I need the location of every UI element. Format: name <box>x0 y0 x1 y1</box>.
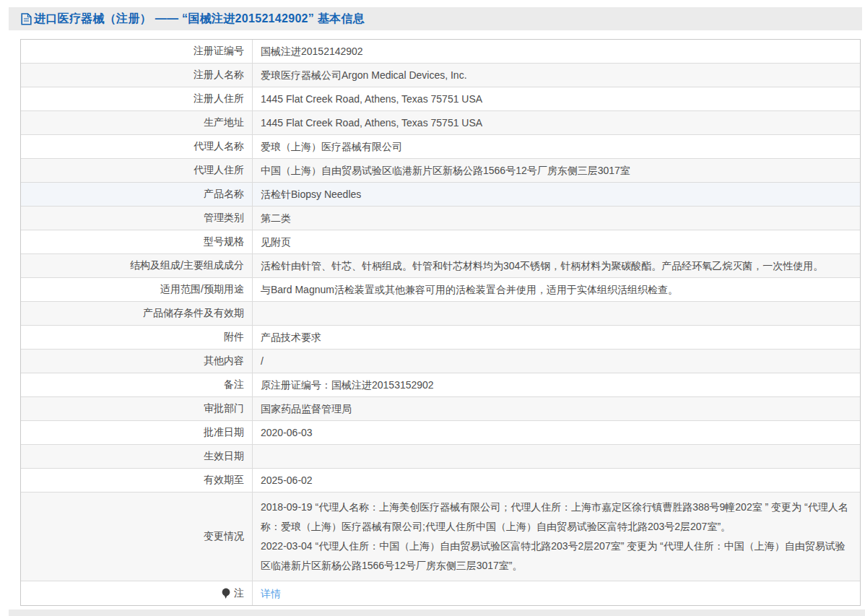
table-row: 管理类别第二类 <box>21 207 860 230</box>
table-row: 注册证编号国械注进20152142902 <box>21 40 860 64</box>
table-row: 附件产品技术要求 <box>21 326 860 350</box>
table-row: 生产地址1445 Flat Creek Road, Athens, Texas … <box>21 111 860 135</box>
row-label: 附件 <box>21 326 253 349</box>
row-label: 管理类别 <box>21 207 253 230</box>
table-row: 注册人名称爱琅医疗器械公司Argon Medical Devices, Inc. <box>21 64 860 87</box>
table-row: 产品名称活检针Biopsy Needles <box>21 183 860 207</box>
row-value: 第二类 <box>253 207 860 230</box>
row-value <box>253 445 860 468</box>
table-row: 代理人名称爱琅（上海）医疗器械有限公司 <box>21 135 860 159</box>
row-value: 2025-06-02 <box>253 469 860 492</box>
row-label: 备注 <box>21 373 253 396</box>
row-value: / <box>253 350 860 373</box>
row-label: 代理人名称 <box>21 135 253 158</box>
row-label: 产品储存条件及有效期 <box>21 302 253 325</box>
table-row: 产品储存条件及有效期 <box>21 302 860 326</box>
row-label: 生效日期 <box>21 445 253 468</box>
row-label: 审批部门 <box>21 397 253 420</box>
table-row: 生效日期 <box>21 445 860 469</box>
row-value: 产品技术要求 <box>253 326 860 349</box>
document-icon <box>21 13 32 25</box>
row-value: 1445 Flat Creek Road, Athens, Texas 7575… <box>253 111 860 134</box>
table-row: 其他内容/ <box>21 350 860 373</box>
table-row: 代理人住所中国（上海）自由贸易试验区临港新片区新杨公路1566号12号厂房东侧三… <box>21 159 860 183</box>
row-value: 国家药品监督管理局 <box>253 397 860 420</box>
page-footer-strip <box>9 610 865 616</box>
registration-info-table: 注册证编号国械注进20152142902注册人名称爱琅医疗器械公司Argon M… <box>20 39 861 606</box>
page-title: 进口医疗器械（注册） —— “国械注进20152142902” 基本信息 <box>34 12 365 27</box>
table-row: 审批部门国家药品监督管理局 <box>21 397 860 421</box>
row-value: 活检针Biopsy Needles <box>253 183 860 206</box>
row-value: 见附页 <box>253 230 860 253</box>
row-value: 国械注进20152142902 <box>253 40 860 63</box>
row-value <box>253 302 860 325</box>
row-label: 产品名称 <box>21 183 253 206</box>
row-label: 生产地址 <box>21 111 253 134</box>
row-label: 注册人住所 <box>21 87 253 110</box>
table-row: 适用范围/预期用途与Bard Magnum活检装置或其他兼容可用的活检装置合并使… <box>21 278 860 302</box>
row-label: 其他内容 <box>21 350 253 373</box>
table-row: 型号规格见附页 <box>21 230 860 254</box>
table-row: 注册人住所1445 Flat Creek Road, Athens, Texas… <box>21 87 860 111</box>
row-value: 2018-09-19 “代理人名称：上海美创医疗器械有限公司；代理人住所：上海市… <box>253 493 860 581</box>
table-row: 备注原注册证编号：国械注进20153152902 <box>21 373 860 397</box>
table-row: 有效期至2025-06-02 <box>21 469 860 493</box>
row-label: 注 <box>21 581 253 605</box>
row-label: 有效期至 <box>21 469 253 492</box>
table-row: 变更情况2018-09-19 “代理人名称：上海美创医疗器械有限公司；代理人住所… <box>21 493 860 581</box>
row-value: 活检针由针管、针芯、针柄组成。针管和针芯材料均为304不锈钢，针柄材料为聚碳酸酯… <box>253 254 860 277</box>
row-label: 批准日期 <box>21 421 253 444</box>
note-label: 注 <box>234 587 244 600</box>
row-label: 适用范围/预期用途 <box>21 278 253 301</box>
details-link[interactable]: 详情 <box>261 584 281 603</box>
table-row-note: 注详情 <box>21 581 860 605</box>
row-label: 变更情况 <box>21 493 253 581</box>
comment-icon <box>222 588 230 599</box>
row-value: 原注册证编号：国械注进20153152902 <box>253 373 860 396</box>
row-value: 中国（上海）自由贸易试验区临港新片区新杨公路1566号12号厂房东侧三层3017… <box>253 159 860 182</box>
row-label: 注册证编号 <box>21 40 253 63</box>
row-value: 1445 Flat Creek Road, Athens, Texas 7575… <box>253 87 860 110</box>
row-value: 2020-06-03 <box>253 421 860 444</box>
row-value: 爱琅医疗器械公司Argon Medical Devices, Inc. <box>253 64 860 87</box>
row-value: 详情 <box>253 581 860 605</box>
row-label: 结构及组成/主要组成成分 <box>21 254 253 277</box>
row-value: 与Bard Magnum活检装置或其他兼容可用的活检装置合并使用，适用于实体组织… <box>253 278 860 301</box>
page-header: 进口医疗器械（注册） —— “国械注进20152142902” 基本信息 <box>9 7 862 30</box>
row-label: 代理人住所 <box>21 159 253 182</box>
table-row: 批准日期2020-06-03 <box>21 421 860 445</box>
row-label: 型号规格 <box>21 230 253 253</box>
table-row: 结构及组成/主要组成成分活检针由针管、针芯、针柄组成。针管和针芯材料均为304不… <box>21 254 860 278</box>
row-value: 爱琅（上海）医疗器械有限公司 <box>253 135 860 158</box>
row-label: 注册人名称 <box>21 64 253 87</box>
